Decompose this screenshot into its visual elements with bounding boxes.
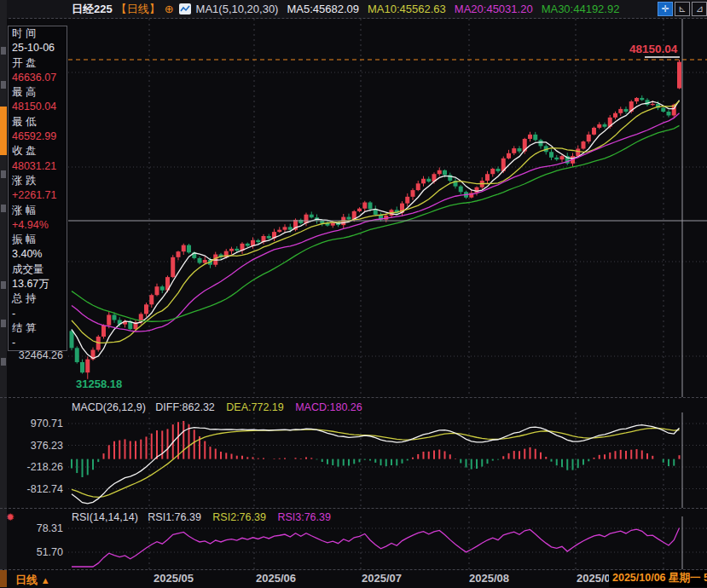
info-field-value: +4.94% [9, 218, 67, 233]
left-tab-selected[interactable] [0, 107, 7, 155]
crosshair-tool-icon[interactable]: ✛ [658, 2, 673, 16]
info-field-label: 涨 跌 [9, 174, 67, 188]
left-tab-fragment [1, 170, 6, 178]
rsi-axis-label: 51.70 [7, 546, 63, 558]
rsi-axis-label: 78.31 [7, 522, 63, 534]
left-tab-fragment [1, 358, 6, 366]
panel-separator [0, 397, 707, 398]
quote-info-panel: 时 间25-10-06开 盘46636.07最 高48150.04最 低4659… [8, 26, 67, 351]
period-selector-button[interactable]: 日线 ▲ [15, 573, 50, 588]
macd-dea-value: DEA:772.19 [226, 401, 283, 413]
info-field-label: 成交量 [9, 262, 67, 277]
ma-value-label: MA20:45031.20 [455, 3, 533, 15]
date-axis-label: 2025/06 [256, 572, 296, 585]
info-field-value: - [9, 307, 67, 321]
add-indicator-icon[interactable]: ⊕ [165, 3, 174, 15]
info-field-label: 最 低 [9, 115, 67, 130]
info-field-value: +2261.71 [9, 188, 67, 203]
chart-toolbar: ✛ ⊾ ⊿ [656, 2, 707, 16]
info-field-label: 最 高 [9, 85, 67, 100]
line-chart-icon[interactable] [179, 3, 191, 14]
alert-icon[interactable]: ✹ [6, 511, 14, 523]
macd-diff-value: DIFF:862.32 [155, 401, 214, 413]
macd-chart-canvas[interactable] [68, 412, 707, 508]
rsi-chart-canvas[interactable] [68, 516, 707, 569]
macd-axis-label: -218.26 [7, 461, 63, 473]
info-field-value: 48031.21 [9, 159, 67, 174]
date-axis-label: 2025/07 [362, 572, 402, 585]
price-axis-label: 32464.26 [7, 349, 63, 361]
info-field-value: - [9, 336, 67, 350]
info-field-label: 收 盘 [9, 144, 67, 159]
period-low-label: 31258.18 [76, 378, 122, 390]
info-field-label: 涨 幅 [9, 204, 67, 218]
period-tag[interactable]: 【日线】 [116, 2, 160, 17]
title-bar: 日经225 【日线】 ⊕ MA1(5,10,20,30) MA5:45682.0… [0, 0, 707, 19]
macd-params[interactable]: MACD(26,12,9) [72, 401, 146, 413]
ma-value-label: MA5:45682.09 [287, 3, 359, 15]
left-tab-fragment [1, 47, 6, 55]
left-tab-fragment [1, 81, 6, 89]
left-tab-fragment [1, 281, 6, 289]
macd-axis-label: 376.23 [7, 440, 63, 452]
info-field-value: 48150.04 [9, 100, 67, 114]
macd-axis-label: -812.74 [7, 483, 63, 495]
ma-values: MA5:45682.09MA10:45562.63MA20:45031.20MA… [278, 3, 619, 15]
info-field-value: 25-10-06 [9, 41, 67, 55]
period-selector-label: 日线 [15, 574, 38, 586]
axis-panel-icon[interactable]: ⊾ [675, 2, 690, 16]
info-field-value: 46592.99 [9, 130, 67, 144]
macd-axis-label: 970.71 [7, 418, 63, 429]
bottom-separator [0, 569, 707, 570]
crosshair-date-tooltip: 2025/10/06 星期一 5 [609, 570, 707, 587]
axis-panel-icon-2[interactable]: ⊿ [692, 2, 707, 16]
period-high-label: 48150.04 [629, 43, 677, 55]
date-axis-label: 2025/08 [469, 572, 509, 585]
ma-settings-label: MA1(5,10,20,30) [196, 3, 279, 15]
left-strip-bottom [0, 570, 7, 587]
info-field-label: 时 间 [9, 26, 67, 41]
info-field-label: 开 盘 [9, 56, 67, 71]
info-field-label: 振 幅 [9, 233, 67, 247]
info-field-value: 13.67万 [9, 277, 67, 291]
left-tab-strip[interactable] [0, 0, 7, 569]
info-field-value: 46636.07 [9, 71, 67, 85]
symbol-name: 日经225 [72, 2, 113, 17]
info-field-label: 总 持 [9, 291, 67, 306]
main-chart-canvas[interactable] [68, 19, 707, 397]
left-tab-fragment [1, 320, 6, 327]
panel-separator [0, 508, 707, 509]
ma-value-label: MA10:45562.63 [368, 3, 446, 15]
info-field-value: 3.40% [9, 247, 67, 262]
left-tab-fragment [1, 205, 6, 212]
date-axis-label: 2025/05 [154, 572, 194, 585]
triangle-up-icon: ▲ [41, 575, 50, 585]
macd-macd-value: MACD:180.26 [295, 401, 362, 413]
macd-header: MACD(26,12,9) DIFF:862.32 DEA:772.19 MAC… [72, 401, 362, 413]
ma-value-label: MA30:44192.92 [542, 3, 620, 15]
info-field-label: 结 算 [9, 321, 67, 336]
